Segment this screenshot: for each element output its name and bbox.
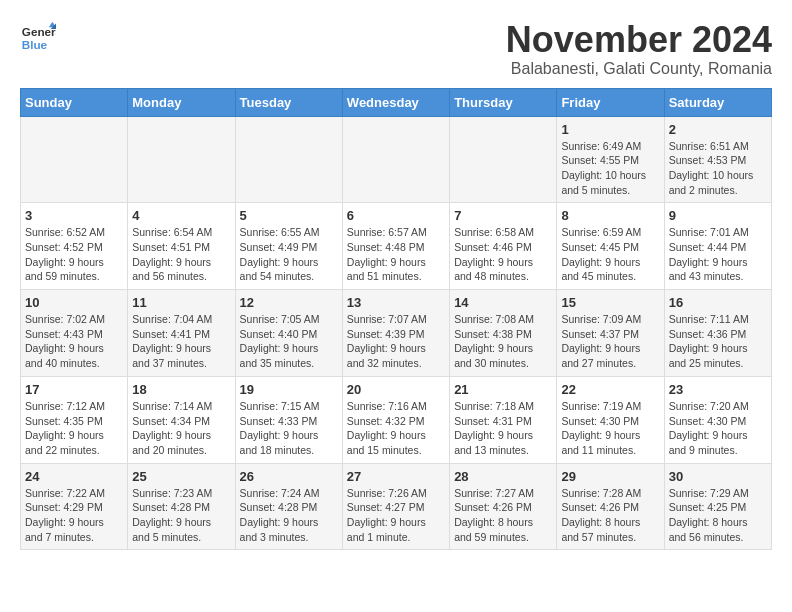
day-info: Sunrise: 6:49 AM Sunset: 4:55 PM Dayligh… [561,139,659,198]
day-header-tuesday: Tuesday [235,88,342,116]
day-info: Sunrise: 7:20 AM Sunset: 4:30 PM Dayligh… [669,399,767,458]
week-row-3: 10Sunrise: 7:02 AM Sunset: 4:43 PM Dayli… [21,290,772,377]
calendar-cell: 21Sunrise: 7:18 AM Sunset: 4:31 PM Dayli… [450,376,557,463]
day-number: 14 [454,295,552,310]
calendar-cell: 30Sunrise: 7:29 AM Sunset: 4:25 PM Dayli… [664,463,771,550]
day-number: 29 [561,469,659,484]
day-info: Sunrise: 7:28 AM Sunset: 4:26 PM Dayligh… [561,486,659,545]
calendar-cell: 22Sunrise: 7:19 AM Sunset: 4:30 PM Dayli… [557,376,664,463]
calendar-cell: 1Sunrise: 6:49 AM Sunset: 4:55 PM Daylig… [557,116,664,203]
calendar-cell: 10Sunrise: 7:02 AM Sunset: 4:43 PM Dayli… [21,290,128,377]
day-number: 26 [240,469,338,484]
day-info: Sunrise: 7:08 AM Sunset: 4:38 PM Dayligh… [454,312,552,371]
day-number: 28 [454,469,552,484]
calendar-cell: 18Sunrise: 7:14 AM Sunset: 4:34 PM Dayli… [128,376,235,463]
day-number: 25 [132,469,230,484]
calendar-cell: 8Sunrise: 6:59 AM Sunset: 4:45 PM Daylig… [557,203,664,290]
calendar-cell: 9Sunrise: 7:01 AM Sunset: 4:44 PM Daylig… [664,203,771,290]
calendar-cell: 3Sunrise: 6:52 AM Sunset: 4:52 PM Daylig… [21,203,128,290]
calendar-cell: 28Sunrise: 7:27 AM Sunset: 4:26 PM Dayli… [450,463,557,550]
day-number: 11 [132,295,230,310]
day-header-thursday: Thursday [450,88,557,116]
day-info: Sunrise: 7:29 AM Sunset: 4:25 PM Dayligh… [669,486,767,545]
header-row: SundayMondayTuesdayWednesdayThursdayFrid… [21,88,772,116]
title-area: November 2024 Balabanesti, Galati County… [506,20,772,78]
day-header-wednesday: Wednesday [342,88,449,116]
day-info: Sunrise: 7:24 AM Sunset: 4:28 PM Dayligh… [240,486,338,545]
calendar-cell: 13Sunrise: 7:07 AM Sunset: 4:39 PM Dayli… [342,290,449,377]
location-subtitle: Balabanesti, Galati County, Romania [506,60,772,78]
day-number: 13 [347,295,445,310]
day-info: Sunrise: 7:07 AM Sunset: 4:39 PM Dayligh… [347,312,445,371]
day-info: Sunrise: 7:15 AM Sunset: 4:33 PM Dayligh… [240,399,338,458]
day-number: 4 [132,208,230,223]
calendar-cell: 4Sunrise: 6:54 AM Sunset: 4:51 PM Daylig… [128,203,235,290]
day-number: 19 [240,382,338,397]
calendar-cell: 14Sunrise: 7:08 AM Sunset: 4:38 PM Dayli… [450,290,557,377]
logo-icon: General Blue [20,20,56,56]
day-info: Sunrise: 6:55 AM Sunset: 4:49 PM Dayligh… [240,225,338,284]
day-info: Sunrise: 6:58 AM Sunset: 4:46 PM Dayligh… [454,225,552,284]
calendar-cell: 24Sunrise: 7:22 AM Sunset: 4:29 PM Dayli… [21,463,128,550]
day-number: 8 [561,208,659,223]
day-number: 5 [240,208,338,223]
calendar-cell [450,116,557,203]
calendar-cell [128,116,235,203]
day-number: 23 [669,382,767,397]
day-info: Sunrise: 7:11 AM Sunset: 4:36 PM Dayligh… [669,312,767,371]
day-info: Sunrise: 6:57 AM Sunset: 4:48 PM Dayligh… [347,225,445,284]
day-header-friday: Friday [557,88,664,116]
day-number: 6 [347,208,445,223]
day-info: Sunrise: 7:16 AM Sunset: 4:32 PM Dayligh… [347,399,445,458]
day-number: 15 [561,295,659,310]
day-info: Sunrise: 7:26 AM Sunset: 4:27 PM Dayligh… [347,486,445,545]
day-header-saturday: Saturday [664,88,771,116]
calendar-cell [21,116,128,203]
day-number: 12 [240,295,338,310]
calendar-cell: 23Sunrise: 7:20 AM Sunset: 4:30 PM Dayli… [664,376,771,463]
day-number: 30 [669,469,767,484]
calendar-cell: 11Sunrise: 7:04 AM Sunset: 4:41 PM Dayli… [128,290,235,377]
day-info: Sunrise: 6:51 AM Sunset: 4:53 PM Dayligh… [669,139,767,198]
day-info: Sunrise: 7:09 AM Sunset: 4:37 PM Dayligh… [561,312,659,371]
day-number: 18 [132,382,230,397]
calendar-cell: 15Sunrise: 7:09 AM Sunset: 4:37 PM Dayli… [557,290,664,377]
day-info: Sunrise: 7:19 AM Sunset: 4:30 PM Dayligh… [561,399,659,458]
day-info: Sunrise: 7:05 AM Sunset: 4:40 PM Dayligh… [240,312,338,371]
day-number: 3 [25,208,123,223]
day-number: 21 [454,382,552,397]
day-number: 9 [669,208,767,223]
day-info: Sunrise: 6:59 AM Sunset: 4:45 PM Dayligh… [561,225,659,284]
day-number: 27 [347,469,445,484]
calendar-cell: 16Sunrise: 7:11 AM Sunset: 4:36 PM Dayli… [664,290,771,377]
calendar-cell: 26Sunrise: 7:24 AM Sunset: 4:28 PM Dayli… [235,463,342,550]
logo: General Blue [20,20,56,56]
day-header-sunday: Sunday [21,88,128,116]
day-info: Sunrise: 7:12 AM Sunset: 4:35 PM Dayligh… [25,399,123,458]
day-info: Sunrise: 7:27 AM Sunset: 4:26 PM Dayligh… [454,486,552,545]
week-row-2: 3Sunrise: 6:52 AM Sunset: 4:52 PM Daylig… [21,203,772,290]
svg-text:Blue: Blue [22,38,48,51]
day-number: 22 [561,382,659,397]
week-row-4: 17Sunrise: 7:12 AM Sunset: 4:35 PM Dayli… [21,376,772,463]
calendar-cell: 6Sunrise: 6:57 AM Sunset: 4:48 PM Daylig… [342,203,449,290]
day-info: Sunrise: 7:18 AM Sunset: 4:31 PM Dayligh… [454,399,552,458]
day-info: Sunrise: 7:23 AM Sunset: 4:28 PM Dayligh… [132,486,230,545]
day-header-monday: Monday [128,88,235,116]
calendar-cell: 2Sunrise: 6:51 AM Sunset: 4:53 PM Daylig… [664,116,771,203]
calendar-table: SundayMondayTuesdayWednesdayThursdayFrid… [20,88,772,551]
day-info: Sunrise: 7:02 AM Sunset: 4:43 PM Dayligh… [25,312,123,371]
month-title: November 2024 [506,20,772,60]
day-info: Sunrise: 6:54 AM Sunset: 4:51 PM Dayligh… [132,225,230,284]
day-info: Sunrise: 7:14 AM Sunset: 4:34 PM Dayligh… [132,399,230,458]
day-number: 1 [561,122,659,137]
day-number: 7 [454,208,552,223]
day-number: 24 [25,469,123,484]
header: General Blue November 2024 Balabanesti, … [20,20,772,78]
calendar-cell: 25Sunrise: 7:23 AM Sunset: 4:28 PM Dayli… [128,463,235,550]
week-row-1: 1Sunrise: 6:49 AM Sunset: 4:55 PM Daylig… [21,116,772,203]
calendar-cell: 7Sunrise: 6:58 AM Sunset: 4:46 PM Daylig… [450,203,557,290]
week-row-5: 24Sunrise: 7:22 AM Sunset: 4:29 PM Dayli… [21,463,772,550]
calendar-cell: 5Sunrise: 6:55 AM Sunset: 4:49 PM Daylig… [235,203,342,290]
day-info: Sunrise: 7:01 AM Sunset: 4:44 PM Dayligh… [669,225,767,284]
